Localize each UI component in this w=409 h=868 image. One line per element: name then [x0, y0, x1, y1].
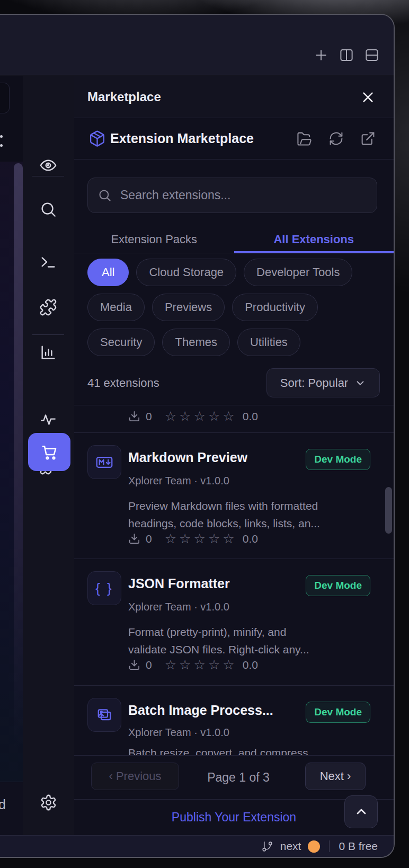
- split-columns-icon: [339, 47, 354, 63]
- extension-meta: Xplorer Team · v1.0.0: [128, 601, 229, 613]
- peek-panel-edge: [14, 163, 23, 778]
- sidebar-item-preview[interactable]: [38, 155, 59, 176]
- download-icon: [128, 410, 140, 422]
- git-branch-name[interactable]: next: [280, 840, 301, 853]
- extension-description: Preview Markdown files with formattedhea…: [128, 497, 362, 532]
- partial-card-stats: 0 ☆☆☆☆☆ 0.0: [128, 409, 258, 424]
- puzzle-icon: [39, 298, 57, 316]
- package-icon: [88, 130, 106, 147]
- app-window: d: [0, 14, 395, 858]
- pagination-bar: ‹ Previous Page 1 of 3 Next ›: [74, 755, 394, 800]
- search-input[interactable]: [119, 188, 367, 203]
- extension-card[interactable]: { } JSON Formatter Dev Mode Xplorer Team…: [74, 559, 394, 685]
- sidebar-item-analytics[interactable]: [38, 342, 59, 363]
- sidebar-item-terminal[interactable]: [38, 252, 59, 273]
- activity-icon: [39, 411, 57, 429]
- rating-value: 0.0: [243, 533, 258, 545]
- previous-page-button[interactable]: ‹ Previous: [91, 763, 179, 790]
- external-link-icon: [360, 131, 376, 146]
- background-app-sliver: d: [0, 76, 23, 835]
- refresh-button[interactable]: [328, 131, 344, 147]
- sort-label: Sort: Popular: [280, 376, 348, 390]
- header-actions: [296, 118, 376, 159]
- sidebar-item-marketplace-active[interactable]: [28, 433, 70, 471]
- split-rows-button[interactable]: [364, 47, 380, 63]
- sort-dropdown[interactable]: Sort: Popular: [266, 368, 380, 397]
- extension-card[interactable]: Batch Image Process... Dev Mode Xplorer …: [74, 685, 394, 755]
- star-rating-icons: ☆☆☆☆☆: [165, 531, 237, 546]
- download-icon: [128, 659, 140, 671]
- status-bar: next 0 B free: [0, 835, 394, 857]
- close-icon: [361, 90, 375, 104]
- layered-images-icon: [95, 705, 114, 724]
- extension-description: Batch resize, convert, and compress: [128, 744, 362, 755]
- new-tab-button[interactable]: [313, 47, 329, 63]
- filter-chip-productivity[interactable]: Productivity: [232, 294, 318, 321]
- rating-value: 0.0: [243, 410, 258, 423]
- search-box[interactable]: [87, 178, 377, 213]
- folder-open-icon: [297, 131, 312, 146]
- json-braces-icon: { }: [95, 580, 113, 597]
- free-space-label: 0 B free: [339, 840, 378, 853]
- extension-description: Format (pretty-print), minify, andvalida…: [128, 623, 362, 658]
- tab-all-extensions[interactable]: All Extensions: [234, 226, 394, 253]
- category-filters: All Cloud Storage Developer Tools Media …: [87, 259, 387, 356]
- bar-chart-icon: [39, 343, 57, 361]
- publish-extension-link[interactable]: Publish Your Extension: [172, 810, 296, 825]
- next-page-button[interactable]: Next ›: [305, 763, 366, 790]
- peek-bottom-fragment: d: [0, 782, 23, 835]
- panel-header: Marketplace: [74, 76, 394, 118]
- filter-chip-themes[interactable]: Themes: [162, 329, 229, 356]
- open-external-button[interactable]: [360, 131, 376, 147]
- split-columns-button[interactable]: [339, 47, 354, 63]
- extension-marketplace-title: Extension Marketplace: [110, 118, 254, 159]
- chevron-up-icon: [354, 804, 369, 819]
- download-count: 0: [146, 410, 152, 423]
- filter-chip-media[interactable]: Media: [87, 294, 145, 321]
- dev-mode-badge: Dev Mode: [306, 702, 370, 723]
- dev-mode-badge: Dev Mode: [306, 449, 370, 470]
- sidebar-item-activity[interactable]: [38, 409, 59, 430]
- extension-list: 0 ☆☆☆☆☆ 0.0 Markdown Preview Dev Mode Xp…: [74, 405, 394, 755]
- filter-chip-cloud-storage[interactable]: Cloud Storage: [136, 259, 236, 286]
- tabs-bar: Extension Packs All Extensions: [74, 226, 394, 253]
- refresh-icon: [328, 131, 344, 146]
- extension-icon-tile: [87, 445, 121, 479]
- list-scrollbar-thumb[interactable]: [385, 487, 392, 534]
- eye-icon: [39, 156, 57, 174]
- peek-text-fragment-dots: [0, 135, 3, 138]
- sidebar-divider: [32, 176, 64, 176]
- extension-marketplace-header: Extension Marketplace: [74, 118, 394, 160]
- filter-chip-previews[interactable]: Previews: [152, 294, 225, 321]
- chevron-down-icon: [354, 377, 366, 389]
- page-indicator: Page 1 of 3: [185, 756, 291, 800]
- star-rating-icons: ☆☆☆☆☆: [165, 409, 237, 424]
- scroll-to-top-button[interactable]: [344, 795, 378, 828]
- status-indicator-dot[interactable]: [308, 840, 320, 853]
- panel-title: Marketplace: [87, 76, 161, 118]
- filter-chip-developer-tools[interactable]: Developer Tools: [244, 259, 352, 286]
- sidebar-item-settings[interactable]: [38, 792, 59, 813]
- statusbar-separator: [329, 840, 330, 852]
- peek-text-fragment: d: [0, 797, 6, 812]
- extension-meta: Xplorer Team · v1.0.0: [128, 475, 229, 487]
- filter-chip-utilities[interactable]: Utilities: [237, 329, 300, 356]
- git-branch-icon: [261, 840, 273, 853]
- sidebar-item-extensions[interactable]: [38, 297, 59, 318]
- terminal-icon: [39, 253, 57, 271]
- sidebar-item-search[interactable]: [38, 199, 59, 220]
- filter-chip-security[interactable]: Security: [87, 329, 155, 356]
- extension-count: 41 extensions: [87, 376, 159, 390]
- extension-name: JSON Formatter: [128, 576, 230, 591]
- download-count: 0: [146, 659, 152, 671]
- filter-chip-all[interactable]: All: [87, 259, 129, 286]
- open-folder-button[interactable]: [296, 131, 312, 147]
- tab-extension-packs[interactable]: Extension Packs: [74, 226, 234, 253]
- extension-name: Markdown Preview: [128, 450, 247, 465]
- download-count: 0: [146, 533, 152, 545]
- rating-value: 0.0: [243, 659, 258, 671]
- close-panel-button[interactable]: [358, 87, 378, 107]
- extension-card[interactable]: Markdown Preview Dev Mode Xplorer Team ·…: [74, 432, 394, 559]
- results-row: 41 extensions Sort: Popular: [87, 368, 380, 397]
- star-rating-icons: ☆☆☆☆☆: [165, 657, 237, 672]
